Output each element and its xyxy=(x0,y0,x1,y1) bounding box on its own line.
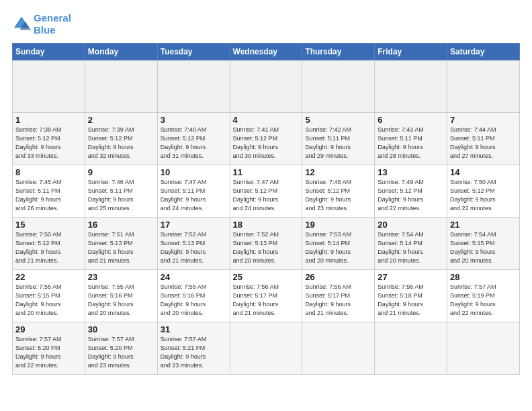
logo-text: General Blue xyxy=(34,12,71,36)
cell-w3-d2: 17Sunrise: 7:52 AM Sunset: 5:13 PM Dayli… xyxy=(157,218,230,270)
day-info: Sunrise: 7:55 AM Sunset: 5:16 PM Dayligh… xyxy=(88,283,154,318)
day-info: Sunrise: 7:43 AM Sunset: 5:11 PM Dayligh… xyxy=(378,126,444,161)
day-number: 20 xyxy=(378,220,444,230)
cell-w0-d3 xyxy=(230,60,302,113)
day-info: Sunrise: 7:38 AM Sunset: 5:12 PM Dayligh… xyxy=(15,126,82,161)
col-header-sunday: Sunday xyxy=(13,44,85,60)
day-number: 12 xyxy=(305,167,371,177)
day-info: Sunrise: 7:53 AM Sunset: 5:14 PM Dayligh… xyxy=(305,230,371,265)
cell-w1-d2: 3Sunrise: 7:40 AM Sunset: 5:12 PM Daylig… xyxy=(157,113,230,165)
cell-w5-d4 xyxy=(302,322,375,375)
day-number: 17 xyxy=(161,220,227,230)
day-info: Sunrise: 7:55 AM Sunset: 5:15 PM Dayligh… xyxy=(15,283,82,318)
cell-w2-d6: 14Sunrise: 7:50 AM Sunset: 5:12 PM Dayli… xyxy=(447,165,520,218)
week-row-3: 15Sunrise: 7:50 AM Sunset: 5:12 PM Dayli… xyxy=(13,218,520,270)
week-row-4: 22Sunrise: 7:55 AM Sunset: 5:15 PM Dayli… xyxy=(13,270,520,322)
day-number: 9 xyxy=(88,167,154,177)
cell-w1-d1: 2Sunrise: 7:39 AM Sunset: 5:12 PM Daylig… xyxy=(85,113,157,165)
day-info: Sunrise: 7:45 AM Sunset: 5:11 PM Dayligh… xyxy=(15,178,82,213)
col-header-tuesday: Tuesday xyxy=(157,44,230,60)
col-header-thursday: Thursday xyxy=(302,44,375,60)
day-info: Sunrise: 7:42 AM Sunset: 5:11 PM Dayligh… xyxy=(305,126,371,161)
cell-w2-d2: 10Sunrise: 7:47 AM Sunset: 5:11 PM Dayli… xyxy=(157,165,230,218)
cell-w1-d5: 6Sunrise: 7:43 AM Sunset: 5:11 PM Daylig… xyxy=(375,113,447,165)
day-info: Sunrise: 7:49 AM Sunset: 5:12 PM Dayligh… xyxy=(378,178,444,213)
cell-w4-d0: 22Sunrise: 7:55 AM Sunset: 5:15 PM Dayli… xyxy=(13,270,85,322)
day-number: 13 xyxy=(378,167,444,177)
day-info: Sunrise: 7:57 AM Sunset: 5:20 PM Dayligh… xyxy=(15,335,82,370)
day-info: Sunrise: 7:40 AM Sunset: 5:12 PM Dayligh… xyxy=(161,126,227,161)
day-info: Sunrise: 7:51 AM Sunset: 5:13 PM Dayligh… xyxy=(88,230,154,265)
day-number: 8 xyxy=(15,167,82,177)
day-number: 29 xyxy=(15,324,82,334)
day-number: 2 xyxy=(88,115,154,125)
day-info: Sunrise: 7:46 AM Sunset: 5:11 PM Dayligh… xyxy=(88,178,154,213)
cell-w5-d1: 30Sunrise: 7:57 AM Sunset: 5:20 PM Dayli… xyxy=(85,322,157,375)
cell-w1-d0: 1Sunrise: 7:38 AM Sunset: 5:12 PM Daylig… xyxy=(13,113,85,165)
day-number: 3 xyxy=(161,115,227,125)
cell-w4-d4: 26Sunrise: 7:56 AM Sunset: 5:17 PM Dayli… xyxy=(302,270,375,322)
day-info: Sunrise: 7:39 AM Sunset: 5:12 PM Dayligh… xyxy=(88,126,154,161)
cell-w0-d2 xyxy=(157,60,230,113)
day-number: 15 xyxy=(15,220,82,230)
day-number: 19 xyxy=(305,220,371,230)
day-number: 1 xyxy=(15,115,82,125)
day-info: Sunrise: 7:50 AM Sunset: 5:12 PM Dayligh… xyxy=(450,178,517,213)
header-row: SundayMondayTuesdayWednesdayThursdayFrid… xyxy=(13,44,520,60)
day-info: Sunrise: 7:56 AM Sunset: 5:17 PM Dayligh… xyxy=(233,283,300,318)
cell-w2-d3: 11Sunrise: 7:47 AM Sunset: 5:12 PM Dayli… xyxy=(230,165,302,218)
day-info: Sunrise: 7:52 AM Sunset: 5:13 PM Dayligh… xyxy=(161,230,227,265)
cell-w4-d3: 25Sunrise: 7:56 AM Sunset: 5:17 PM Dayli… xyxy=(230,270,302,322)
day-number: 23 xyxy=(88,272,154,282)
cell-w0-d5 xyxy=(375,60,447,113)
day-number: 24 xyxy=(161,272,227,282)
cell-w3-d6: 21Sunrise: 7:54 AM Sunset: 5:15 PM Dayli… xyxy=(447,218,520,270)
header: General Blue xyxy=(12,12,520,36)
col-header-friday: Friday xyxy=(375,44,447,60)
cell-w1-d4: 5Sunrise: 7:42 AM Sunset: 5:11 PM Daylig… xyxy=(302,113,375,165)
day-info: Sunrise: 7:57 AM Sunset: 5:20 PM Dayligh… xyxy=(88,335,154,370)
cell-w4-d6: 28Sunrise: 7:57 AM Sunset: 5:19 PM Dayli… xyxy=(447,270,520,322)
day-info: Sunrise: 7:41 AM Sunset: 5:12 PM Dayligh… xyxy=(233,126,300,161)
cell-w2-d4: 12Sunrise: 7:48 AM Sunset: 5:12 PM Dayli… xyxy=(302,165,375,218)
cell-w5-d6 xyxy=(447,322,520,375)
cell-w2-d1: 9Sunrise: 7:46 AM Sunset: 5:11 PM Daylig… xyxy=(85,165,157,218)
day-info: Sunrise: 7:56 AM Sunset: 5:17 PM Dayligh… xyxy=(305,283,371,318)
cell-w3-d1: 16Sunrise: 7:51 AM Sunset: 5:13 PM Dayli… xyxy=(85,218,157,270)
cell-w3-d4: 19Sunrise: 7:53 AM Sunset: 5:14 PM Dayli… xyxy=(302,218,375,270)
col-header-saturday: Saturday xyxy=(447,44,520,60)
day-number: 7 xyxy=(450,115,517,125)
logo: General Blue xyxy=(12,12,71,36)
cell-w4-d5: 27Sunrise: 7:56 AM Sunset: 5:18 PM Dayli… xyxy=(375,270,447,322)
day-info: Sunrise: 7:56 AM Sunset: 5:18 PM Dayligh… xyxy=(378,283,444,318)
day-number: 16 xyxy=(88,220,154,230)
week-row-1: 1Sunrise: 7:38 AM Sunset: 5:12 PM Daylig… xyxy=(13,113,520,165)
cell-w5-d0: 29Sunrise: 7:57 AM Sunset: 5:20 PM Dayli… xyxy=(13,322,85,375)
day-info: Sunrise: 7:47 AM Sunset: 5:11 PM Dayligh… xyxy=(161,178,227,213)
day-info: Sunrise: 7:44 AM Sunset: 5:11 PM Dayligh… xyxy=(450,126,517,161)
day-info: Sunrise: 7:52 AM Sunset: 5:13 PM Dayligh… xyxy=(233,230,300,265)
col-header-monday: Monday xyxy=(85,44,157,60)
day-info: Sunrise: 7:47 AM Sunset: 5:12 PM Dayligh… xyxy=(233,178,300,213)
week-row-5: 29Sunrise: 7:57 AM Sunset: 5:20 PM Dayli… xyxy=(13,322,520,375)
cell-w0-d4 xyxy=(302,60,375,113)
calendar-table: SundayMondayTuesdayWednesdayThursdayFrid… xyxy=(12,43,520,375)
day-number: 30 xyxy=(88,324,154,334)
day-info: Sunrise: 7:50 AM Sunset: 5:12 PM Dayligh… xyxy=(15,230,82,265)
cell-w1-d3: 4Sunrise: 7:41 AM Sunset: 5:12 PM Daylig… xyxy=(230,113,302,165)
day-info: Sunrise: 7:54 AM Sunset: 5:15 PM Dayligh… xyxy=(450,230,517,265)
day-number: 28 xyxy=(450,272,517,282)
cell-w1-d6: 7Sunrise: 7:44 AM Sunset: 5:11 PM Daylig… xyxy=(447,113,520,165)
cell-w0-d1 xyxy=(85,60,157,113)
cell-w0-d0 xyxy=(13,60,85,113)
day-info: Sunrise: 7:54 AM Sunset: 5:14 PM Dayligh… xyxy=(378,230,444,265)
cell-w4-d2: 24Sunrise: 7:55 AM Sunset: 5:16 PM Dayli… xyxy=(157,270,230,322)
cell-w5-d2: 31Sunrise: 7:57 AM Sunset: 5:21 PM Dayli… xyxy=(157,322,230,375)
col-header-wednesday: Wednesday xyxy=(230,44,302,60)
cell-w4-d1: 23Sunrise: 7:55 AM Sunset: 5:16 PM Dayli… xyxy=(85,270,157,322)
cell-w5-d3 xyxy=(230,322,302,375)
day-info: Sunrise: 7:57 AM Sunset: 5:19 PM Dayligh… xyxy=(450,283,517,318)
cell-w5-d5 xyxy=(375,322,447,375)
day-info: Sunrise: 7:57 AM Sunset: 5:21 PM Dayligh… xyxy=(161,335,227,370)
day-number: 5 xyxy=(305,115,371,125)
